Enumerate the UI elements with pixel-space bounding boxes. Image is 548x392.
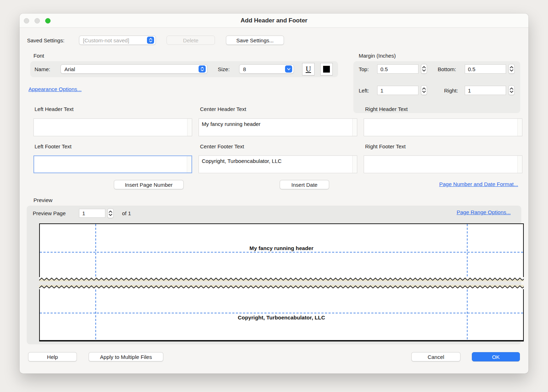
font-section-label: Font <box>33 53 44 59</box>
scrollbar-track[interactable] <box>187 156 191 173</box>
right-header-textarea[interactable] <box>364 119 517 136</box>
font-size-value: 8 <box>243 66 285 72</box>
delete-button[interactable]: Delete <box>167 36 215 45</box>
preview-page-input[interactable] <box>79 209 105 218</box>
preview-header-text: My fancy running header <box>40 245 523 251</box>
preview-page-bottom: Copyright, Turboencabulator, LLC <box>39 285 524 341</box>
margin-top-input[interactable] <box>377 64 418 74</box>
page-range-options-link[interactable]: Page Range Options... <box>457 209 511 215</box>
chevron-up-down-icon <box>199 65 206 73</box>
minimize-button[interactable] <box>35 18 40 23</box>
font-name-label: Name: <box>35 66 50 72</box>
margin-top-label: Top: <box>359 66 369 72</box>
margin-section-label: Margin (Inches) <box>359 53 396 59</box>
font-name-value: Arial <box>64 66 199 72</box>
margin-top-stepper[interactable] <box>421 64 427 74</box>
left-header-label: Left Header Text <box>35 106 74 112</box>
font-size-label: Size: <box>218 66 230 72</box>
center-footer-textarea[interactable] <box>199 156 352 173</box>
margin-right-input[interactable] <box>465 86 506 95</box>
margin-right-label: Right: <box>444 88 458 94</box>
margin-left-label: Left: <box>359 88 369 94</box>
torn-edge <box>39 277 524 281</box>
insert-page-number-button[interactable]: Insert Page Number <box>114 180 184 189</box>
appearance-options-link[interactable]: Appearance Options... <box>28 86 81 92</box>
preview-section-label: Preview <box>33 197 52 203</box>
scrollbar-track[interactable] <box>517 119 522 136</box>
right-footer-textarea-wrap <box>364 155 522 173</box>
right-footer-textarea[interactable] <box>364 156 517 173</box>
preview-page-label: Preview Page <box>33 210 66 216</box>
center-header-label: Center Header Text <box>200 106 246 112</box>
page-number-date-format-link[interactable]: Page Number and Date Format... <box>439 181 518 187</box>
chevron-down-icon <box>285 65 292 73</box>
window-title: Add Header and Footer <box>241 17 307 24</box>
insert-date-button[interactable]: Insert Date <box>280 180 329 189</box>
margin-bottom-stepper[interactable] <box>509 64 515 74</box>
left-footer-textarea[interactable] <box>34 156 187 173</box>
margin-bottom-input[interactable] <box>465 64 506 74</box>
saved-settings-value: [Custom-not saved] <box>83 37 147 43</box>
apply-to-multiple-files-button[interactable]: Apply to Multiple Files <box>89 352 163 361</box>
saved-settings-dropdown[interactable]: [Custom-not saved] <box>79 36 156 45</box>
left-header-textarea[interactable] <box>34 119 187 136</box>
left-footer-textarea-wrap <box>33 155 192 173</box>
scrollbar-track[interactable] <box>517 156 522 173</box>
footer-baseline-guide <box>40 313 523 313</box>
help-button[interactable]: Help <box>28 352 77 361</box>
margin-right-stepper[interactable] <box>509 85 515 95</box>
center-footer-textarea-wrap <box>199 155 357 173</box>
add-header-footer-dialog: Add Header and Footer Saved Settings: [C… <box>20 14 528 374</box>
center-footer-label: Center Footer Text <box>200 143 244 149</box>
header-baseline-guide <box>40 252 523 253</box>
preview-page-top: My fancy running header <box>39 223 524 281</box>
underline-glyph: U <box>306 65 311 74</box>
chevron-up-down-icon <box>147 37 154 44</box>
margin-left-stepper[interactable] <box>421 85 427 95</box>
preview-page-stepper[interactable] <box>107 208 114 218</box>
right-header-label: Right Header Text <box>365 106 408 112</box>
scrollbar-track[interactable] <box>187 119 192 136</box>
font-color-button[interactable] <box>320 63 333 75</box>
center-header-textarea[interactable] <box>199 119 352 136</box>
preview-of-label: of 1 <box>122 210 131 216</box>
scrollbar-track[interactable] <box>352 119 357 136</box>
scrollbar-track[interactable] <box>352 156 357 173</box>
underline-button[interactable]: U <box>302 63 315 75</box>
font-name-dropdown[interactable]: Arial <box>60 64 207 74</box>
titlebar: Add Header and Footer <box>20 14 528 28</box>
window-controls <box>24 14 51 28</box>
right-header-textarea-wrap <box>364 118 522 136</box>
center-header-textarea-wrap <box>199 118 357 136</box>
color-swatch <box>323 66 330 73</box>
font-size-dropdown[interactable]: 8 <box>239 64 294 74</box>
saved-settings-label: Saved Settings: <box>27 37 64 43</box>
torn-edge <box>39 285 524 289</box>
cancel-button[interactable]: Cancel <box>411 352 460 361</box>
preview-footer-text: Copyright, Turboencabulator, LLC <box>40 314 523 321</box>
left-footer-label: Left Footer Text <box>35 143 72 149</box>
right-footer-label: Right Footer Text <box>365 143 406 149</box>
margin-left-input[interactable] <box>377 86 418 95</box>
ok-button[interactable]: OK <box>472 352 520 361</box>
left-header-textarea-wrap <box>33 118 192 136</box>
preview-groupbox: Preview Page of 1 Page Range Options... … <box>27 206 521 344</box>
save-settings-button[interactable]: Save Settings... <box>226 36 284 45</box>
close-button[interactable] <box>24 18 29 23</box>
zoom-button[interactable] <box>45 18 51 23</box>
margin-bottom-label: Bottom: <box>438 66 456 72</box>
